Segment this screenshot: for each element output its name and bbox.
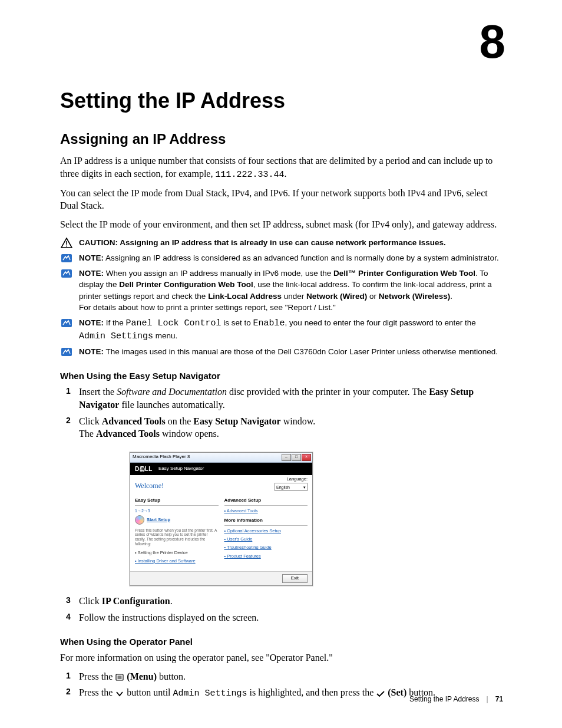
arrow-down-icon (115, 690, 124, 698)
users-guide-link[interactable]: • User's Guide (224, 536, 308, 542)
text: Link-Local Address (208, 292, 282, 301)
app-header-sub: Easy Setup Navigator (158, 466, 204, 472)
caution-label: CAUTION: (79, 238, 118, 247)
text: under (282, 292, 306, 301)
maximize-button[interactable]: □ (292, 454, 301, 461)
subsection-easy-setup: When Using the Easy Setup Navigator (60, 371, 503, 381)
note-text: NOTE: When you assign an IP address manu… (79, 268, 503, 314)
text: The (79, 429, 96, 439)
step-item: Insert the Software and Documentation di… (60, 386, 503, 411)
note-text: NOTE: If the Panel Lock Control is set t… (79, 317, 503, 343)
app-titlebar: Macromedia Flash Player 8 – □ × (130, 453, 312, 463)
text: Insert the (79, 387, 117, 397)
text: . (170, 596, 173, 606)
app-screenshot: Macromedia Flash Player 8 – □ × DELL Eas… (130, 452, 313, 586)
text: Advanced Tools (96, 429, 160, 439)
text: Press the (79, 671, 115, 681)
text: Panel Lock Control (126, 318, 222, 328)
section-heading-assign: Assigning an IP Address (60, 131, 503, 147)
product-features-link[interactable]: • Product Features (224, 554, 308, 559)
text: Press the (79, 687, 115, 697)
note-row: NOTE: Assigning an IP address is conside… (60, 252, 503, 264)
text: Assigning an IP address that is already … (118, 238, 446, 247)
bullet-setting-printer: • Setting the Printer Device (135, 550, 219, 556)
note-row: NOTE: The images used in this manual are… (60, 346, 503, 358)
text: or (367, 292, 379, 301)
step-item: Click Advanced Tools on the Easy Setup N… (60, 415, 503, 586)
step-item: Click IP Configuration. (60, 595, 503, 608)
app-header: DELL Easy Setup Navigator (130, 463, 312, 476)
text: file launches automatically. (119, 400, 224, 410)
note-row: NOTE: When you assign an IP address manu… (60, 268, 503, 314)
language-value: English (276, 485, 290, 490)
note-icon (60, 346, 73, 358)
text: Click (79, 416, 102, 426)
paragraph: Select the IP mode of your environment, … (60, 218, 503, 231)
advanced-tools-link[interactable]: • Advanced Tools (224, 508, 308, 514)
page-footer: Setting the IP Address | 71 (409, 695, 503, 703)
note-label: NOTE: (79, 347, 104, 356)
dell-logo: DELL (135, 465, 153, 473)
text: For details about how to print a printer… (79, 303, 336, 312)
text: Dell™ Printer Configuration Web Tool (333, 269, 475, 278)
chevron-down-icon: ▾ (303, 485, 306, 490)
text: If the (104, 318, 126, 327)
text: Assigning an IP address is considered as… (104, 253, 499, 262)
page-number: 71 (495, 695, 503, 703)
paragraph: For more information on using the operat… (60, 651, 503, 664)
troubleshooting-link[interactable]: • Troubleshooting Guide (224, 545, 308, 551)
note-label: NOTE: (79, 318, 104, 327)
paragraph: You can select the IP mode from Dual Sta… (60, 187, 503, 212)
text: button. (159, 671, 186, 681)
text: on the (166, 416, 194, 426)
svg-point-1 (66, 245, 67, 246)
page-title: Setting the IP Address (60, 88, 503, 113)
panel-more-info: More Information (224, 518, 308, 526)
text: Dell Printer Configuration Web Tool (119, 280, 253, 289)
footer-title: Setting the IP Address (409, 695, 480, 703)
footer-divider: | (487, 695, 488, 703)
text: Advanced Tools (102, 416, 166, 426)
text: Network (Wireless) (379, 292, 450, 301)
text: button until (127, 687, 173, 697)
note-text: NOTE: The images used in this manual are… (79, 346, 503, 358)
text: The images used in this manual are those… (104, 347, 498, 356)
text: is highlighted, and then press the (247, 687, 376, 697)
app-title-text: Macromedia Flash Player 8 (133, 454, 190, 460)
install-driver-link[interactable]: • Installing Driver and Software (135, 558, 219, 564)
caution-text: CAUTION: Assigning an IP address that is… (79, 237, 503, 249)
close-button[interactable]: × (302, 454, 311, 461)
ip-example: 111.222.33.44 (215, 170, 284, 180)
note-text: NOTE: Assigning an IP address is conside… (79, 252, 503, 264)
language-select[interactable]: English▾ (275, 483, 308, 491)
steps-list-1: Insert the Software and Documentation di… (60, 386, 503, 624)
language-label: Language: (275, 476, 308, 482)
text: Easy Setup Navigator (193, 416, 280, 426)
note-icon (60, 252, 73, 264)
note-row: NOTE: If the Panel Lock Control is set t… (60, 317, 503, 343)
text: disc provided with the printer in your c… (227, 387, 429, 397)
step-item: Press the (Menu) button. (60, 670, 503, 683)
text: Click (79, 596, 102, 606)
caution-icon (60, 237, 73, 249)
exit-button[interactable]: Exit (282, 574, 308, 583)
text: Enable (253, 318, 285, 328)
language-area: Language: English▾ (275, 476, 308, 491)
text: Software and Documentation (117, 387, 227, 397)
note-label: NOTE: (79, 253, 104, 262)
start-setup-link[interactable]: Start Setup (147, 517, 170, 523)
text: menu. (153, 331, 177, 340)
note-icon (60, 317, 73, 329)
note-icon (60, 268, 73, 279)
optional-accessories-link[interactable]: • Optional Accessories Setup (224, 528, 308, 534)
checkmark-icon (376, 690, 385, 698)
text: Admin Settings (79, 331, 153, 341)
minimize-button[interactable]: – (282, 454, 291, 461)
caution-row: CAUTION: Assigning an IP address that is… (60, 237, 503, 249)
text: When you assign an IP address manually i… (104, 269, 333, 278)
panel-advanced-setup: Advanced Setup (224, 498, 308, 506)
text: window opens. (160, 429, 219, 439)
text: (Menu) (127, 671, 157, 681)
note-label: NOTE: (79, 269, 104, 278)
disc-icon (135, 515, 144, 525)
